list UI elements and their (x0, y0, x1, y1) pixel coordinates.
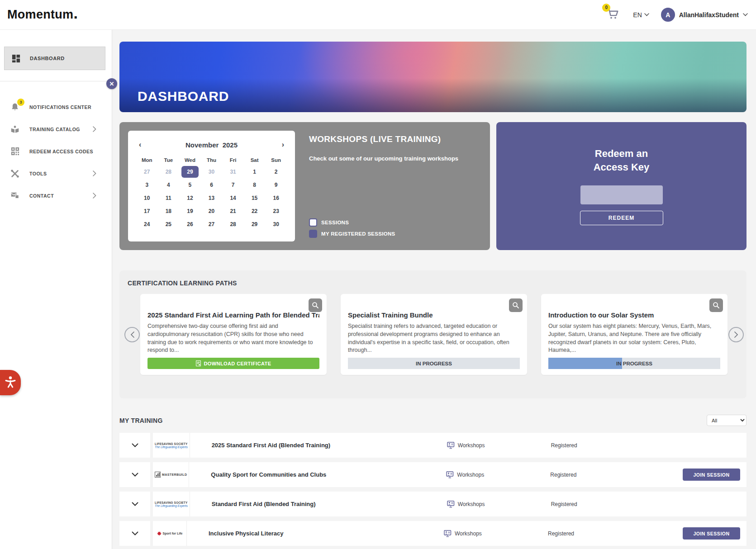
workshops-icon (446, 471, 454, 478)
calendar-day[interactable]: 8 (244, 179, 266, 191)
calendar-day[interactable]: 3 (136, 179, 158, 191)
calendar-day[interactable]: 22 (244, 205, 266, 218)
masterbuild-icon (155, 472, 161, 478)
calendar-legend: SESSIONS MY REGISTERED SESSIONS (309, 215, 395, 238)
carousel-next-button[interactable] (728, 327, 744, 342)
calendar-day[interactable]: 9 (265, 179, 287, 191)
calendar-day[interactable]: 30 (201, 166, 223, 178)
calendar-day[interactable]: 13 (201, 192, 223, 204)
calendar-day[interactable]: 26 (179, 218, 201, 231)
legend-label: MY REGISTERED SESSIONS (321, 231, 395, 237)
sidebar-item-training-catalog[interactable]: TRAINING CATALOG (0, 118, 112, 140)
calendar-day[interactable]: 31 (222, 166, 244, 178)
calendar-day[interactable]: 7 (222, 179, 244, 191)
row-expand-button[interactable] (119, 521, 150, 546)
calendar-next-button[interactable]: › (280, 141, 286, 149)
calendar-day[interactable]: 15 (244, 192, 266, 204)
training-title: 2025 Standard First Aid (Blended Trainin… (190, 442, 447, 449)
sidebar-close-button[interactable]: ✕ (106, 78, 117, 89)
calendar-weekday: Wed (179, 155, 201, 166)
calendar-day[interactable]: 2 (265, 166, 287, 178)
calendar-day[interactable]: 5 (179, 179, 201, 191)
app-logo[interactable]: Momentum. (7, 8, 78, 22)
redeem-button[interactable]: REDEEM (580, 211, 663, 225)
calendar-day[interactable]: 19 (179, 205, 201, 218)
calendar-day[interactable]: 18 (158, 205, 180, 218)
calendar-day[interactable]: 10 (136, 192, 158, 204)
training-row-main[interactable]: MASTERBUILD Quality Sport for Communitie… (153, 462, 746, 487)
calendar-prev-button[interactable]: ‹ (137, 141, 143, 149)
calendar-day[interactable]: 1 (244, 166, 266, 178)
calendar-day[interactable]: 27 (201, 218, 223, 231)
calendar-month-title: November 2025 (185, 141, 238, 149)
calendar-day[interactable]: 11 (158, 192, 180, 204)
sidebar-item-label: DASHBOARD (30, 56, 65, 61)
calendar-weekday: Tue (158, 155, 180, 166)
training-filter-select[interactable]: All (707, 415, 746, 426)
calendar-day[interactable]: 20 (201, 205, 223, 218)
calendar-day[interactable]: 12 (179, 192, 201, 204)
chevron-down-icon (132, 502, 138, 506)
training-row-main[interactable]: LIFESAVING SOCIETYThe Lifeguarding Exper… (153, 433, 746, 458)
download-certificate-button[interactable]: DOWNLOAD CERTIFICATE (147, 358, 319, 369)
progress-bar: IN PROGRESS (548, 358, 720, 369)
calendar-day[interactable]: 14 (222, 192, 244, 204)
preview-zoom-button[interactable] (309, 298, 322, 312)
status-label: Registered (551, 442, 740, 449)
certification-learning-paths-section: CERTIFICATION LEARNING PATHS 2025 Standa… (119, 270, 746, 398)
calendar-day[interactable]: 25 (158, 218, 180, 231)
legend-item[interactable]: MY REGISTERED SESSIONS (309, 230, 395, 238)
user-menu[interactable]: A AllanHalifaxStudent (661, 8, 748, 22)
calendar-day[interactable]: 4 (158, 179, 180, 191)
learning-path-card[interactable]: Introduction to our Solar System Our sol… (541, 294, 727, 375)
row-expand-button[interactable] (119, 492, 150, 516)
preview-zoom-button[interactable] (709, 298, 723, 312)
accessibility-icon (5, 376, 16, 389)
calendar-day[interactable]: 17 (136, 205, 158, 218)
tools-icon (10, 168, 20, 179)
training-row-main[interactable]: LIFESAVING SOCIETYThe Lifeguarding Exper… (153, 492, 746, 516)
learning-path-card[interactable]: 2025 Standard First Aid Learning Path fo… (140, 294, 327, 375)
cart-button[interactable]: 0 (606, 7, 621, 23)
calendar-day[interactable]: 6 (201, 179, 223, 191)
join-session-button[interactable]: JOIN SESSION (683, 527, 740, 540)
language-selector[interactable]: EN (633, 11, 649, 19)
calendar-day[interactable]: 27 (136, 166, 158, 178)
accessibility-widget-button[interactable] (0, 370, 21, 395)
sidebar-item-redeem-access-codes[interactable]: REDEEM ACCESS CODES (0, 140, 112, 162)
bell-icon: 3 (10, 102, 20, 113)
calendar-day[interactable]: 21 (222, 205, 244, 218)
calendar-day[interactable]: 23 (265, 205, 287, 218)
legend-checkbox[interactable] (309, 218, 317, 227)
training-type: Workshops (446, 471, 550, 478)
join-session-button[interactable]: JOIN SESSION (683, 469, 740, 481)
calendar-day[interactable]: 16 (265, 192, 287, 204)
row-expand-button[interactable] (119, 462, 150, 487)
status-label: IN PROGRESS (548, 358, 720, 369)
sidebar-item-tools[interactable]: TOOLS (0, 162, 112, 185)
legend-checkbox[interactable] (309, 230, 317, 238)
status-label: Registered (551, 501, 740, 507)
legend-item[interactable]: SESSIONS (309, 218, 395, 227)
sidebar-item-dashboard[interactable]: DASHBOARD (4, 47, 105, 70)
calendar-day[interactable]: 24 (136, 218, 158, 231)
access-key-input[interactable] (580, 185, 663, 204)
calendar-day-selected[interactable]: 29 (179, 166, 201, 178)
calendar-day[interactable]: 30 (265, 218, 287, 231)
sidebar-item-contact[interactable]: CONTACT (0, 185, 112, 207)
learning-path-card[interactable]: Specialist Training Bundle Specialist tr… (341, 294, 527, 375)
carousel-prev-button[interactable] (124, 327, 140, 342)
sidebar-item-notifications-center[interactable]: 3 NOTIFICATIONS CENTER (0, 96, 112, 118)
calendar-weekday-row: MonTueWedThuFriSatSun (136, 155, 287, 166)
calendar-day[interactable]: 29 (244, 218, 266, 231)
training-row-main[interactable]: Sport for Life Inclusive Physical Litera… (153, 521, 746, 546)
calendar-day[interactable]: 28 (222, 218, 244, 231)
workshops-icon (444, 530, 452, 537)
app-header: Momentum. 0 EN A AllanHalifaxStudent (0, 0, 756, 30)
calendar-day[interactable]: 28 (158, 166, 180, 178)
sidebar-item-label: NOTIFICATIONS CENTER (29, 104, 91, 110)
preview-zoom-button[interactable] (509, 298, 523, 312)
workshops-icon (447, 501, 455, 508)
training-title: Standard First Aid (Blended Training) (190, 501, 447, 507)
row-expand-button[interactable] (119, 433, 150, 458)
